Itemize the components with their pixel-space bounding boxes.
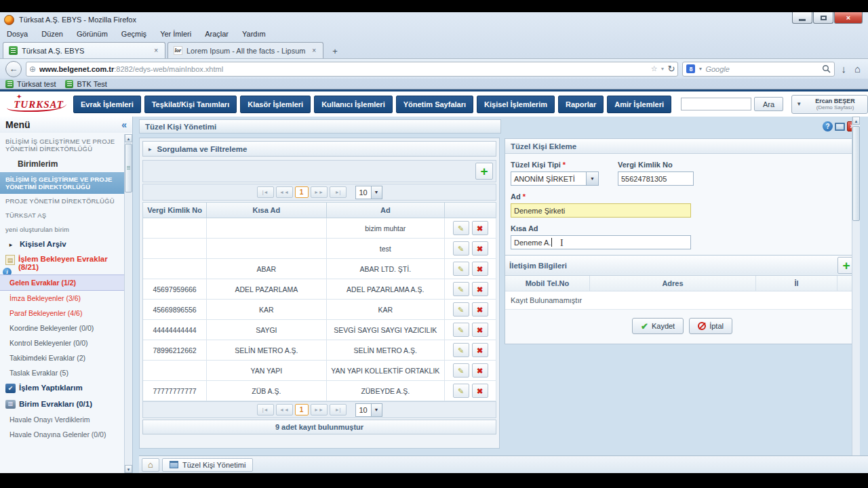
delete-button[interactable]: ✖ xyxy=(472,262,488,276)
downloads-icon[interactable]: ↓ xyxy=(839,63,848,75)
help-icon[interactable]: ? xyxy=(823,121,833,131)
delete-button[interactable]: ✖ xyxy=(472,384,488,398)
sidebar-item-4[interactable]: TÜRKSAT AŞ xyxy=(0,208,124,222)
pager-first-button[interactable]: |◄ xyxy=(257,186,274,198)
sidebar-item-8[interactable]: Gelen Evraklar (1/2) xyxy=(0,274,124,291)
tab-lorem-ipsum[interactable]: lor Lorem Ipsum - All the facts - Lipsum… xyxy=(167,42,323,58)
sidebar-item-16[interactable]: ▥Birim Evrakları (0/1) xyxy=(0,396,124,412)
select-dropdown-icon[interactable]: ▼ xyxy=(586,172,598,185)
delete-button[interactable]: ✖ xyxy=(472,302,488,317)
sidebar-item-2[interactable]: BİLİŞİM İŞ GELİŞTİRME VE PROJE YÖNETİMİ … xyxy=(0,172,124,194)
app-nav-item-1[interactable]: Teşkilat/Kişi Tanımları xyxy=(144,96,237,113)
pager-prev-button[interactable]: ◄◄ xyxy=(276,404,293,415)
menubar-item-1[interactable]: Düzen xyxy=(40,28,64,39)
user-menu[interactable]: ▼ Ercan BEŞER (Demo Sayfası) xyxy=(791,95,868,114)
pager-next-button[interactable]: ►► xyxy=(311,186,328,198)
app-nav-item-5[interactable]: Kişisel İşlemlerim xyxy=(477,96,555,113)
delete-button[interactable]: ✖ xyxy=(472,221,488,235)
search-input[interactable] xyxy=(705,65,819,73)
pager-last-button[interactable]: ►| xyxy=(330,404,347,415)
app-nav-item-6[interactable]: Raporlar xyxy=(558,96,604,113)
menubar-item-5[interactable]: Araçlar xyxy=(203,28,230,39)
scroll-up-icon[interactable]: ▲ xyxy=(125,134,132,142)
pager-current-page[interactable]: 1 xyxy=(295,404,309,415)
page-size-select[interactable]: 10▼ xyxy=(355,186,382,199)
scrollbar-thumb[interactable] xyxy=(125,144,132,192)
sidebar-item-9[interactable]: İmza Bekleyenler (3/6) xyxy=(0,291,124,306)
app-nav-item-4[interactable]: Yönetim Sayfaları xyxy=(396,96,473,113)
sidebar-item-14[interactable]: Taslak Evraklar (5) xyxy=(0,365,124,380)
sidebar-item-15[interactable]: ✔İşlem Yaptıklarım xyxy=(0,380,124,396)
edit-button[interactable]: ✎ xyxy=(453,363,469,378)
pager-prev-button[interactable]: ◄◄ xyxy=(276,186,293,198)
bookmark-item-1[interactable]: BTK Test xyxy=(65,80,106,88)
url-dropdown-icon[interactable]: ▼ xyxy=(660,66,665,71)
pager-first-button[interactable]: |◄ xyxy=(257,404,274,415)
sidebar-item-13[interactable]: Takibimdeki Evraklar (2) xyxy=(0,350,124,365)
sidebar-collapse-icon[interactable]: « xyxy=(121,119,127,130)
filter-panel-header[interactable]: ▸ Sorgulama ve Filtreleme xyxy=(142,141,496,157)
sidebar-item-5[interactable]: yeni oluşturulan birim xyxy=(0,222,124,237)
tab-close-icon[interactable]: × xyxy=(153,47,159,54)
back-button[interactable]: ← xyxy=(5,61,22,77)
edit-button[interactable]: ✎ xyxy=(453,343,469,357)
delete-button[interactable]: ✖ xyxy=(472,343,488,357)
sidebar-item-7[interactable]: ▤İşlem Bekleyen Evraklar (8/21)i xyxy=(0,251,124,274)
sidebar-item-18[interactable]: Havale Onayına Gelenler (0/0) xyxy=(0,427,124,442)
tab-turksat-ebys[interactable]: Türksat A.Ş. EBYS × xyxy=(3,42,165,58)
delete-button[interactable]: ✖ xyxy=(472,363,488,378)
minimize-button[interactable] xyxy=(792,12,812,24)
sidebar-item-11[interactable]: Koordine Bekleyenler (0/0) xyxy=(0,321,124,336)
tab-close-icon[interactable]: × xyxy=(311,47,317,54)
magnifier-icon[interactable] xyxy=(822,64,831,73)
bookmark-star-icon[interactable]: ☆ xyxy=(651,64,658,73)
add-record-button[interactable]: + xyxy=(475,163,493,180)
content-scrollbar[interactable]: ▲ xyxy=(852,117,860,455)
ad-input[interactable]: Deneme Şirketi xyxy=(511,203,691,218)
cancel-button[interactable]: İptal xyxy=(689,318,732,334)
pager-last-button[interactable]: ►| xyxy=(330,186,347,198)
app-search-button[interactable]: Ara xyxy=(754,97,783,111)
app-nav-item-3[interactable]: Kullanıcı İşlemleri xyxy=(314,96,393,113)
menubar-item-4[interactable]: Yer İmleri xyxy=(159,28,193,39)
page-size-select[interactable]: 10▼ xyxy=(355,403,382,417)
close-button[interactable]: × xyxy=(834,12,863,24)
engine-dropdown-icon[interactable]: ▼ xyxy=(698,66,703,71)
sidebar-item-6[interactable]: ▸Kişisel Arşiv xyxy=(0,237,124,251)
menubar-item-0[interactable]: Dosya xyxy=(5,28,29,39)
sidebar-item-3[interactable]: PROJE YÖNETİM DİREKTÖRLÜĞÜ xyxy=(0,194,124,208)
vkn-input[interactable]: 55624781305 xyxy=(618,171,694,186)
home-icon[interactable]: ⌂ xyxy=(852,63,863,75)
scroll-down-icon[interactable]: ▼ xyxy=(125,465,132,473)
sidebar-scrollbar[interactable]: ▲ ▼ xyxy=(124,134,132,473)
scrollbar-thumb[interactable] xyxy=(852,126,860,221)
sidebar-item-1[interactable]: Birimlerim xyxy=(0,156,124,172)
app-nav-item-2[interactable]: Klasör İşlemleri xyxy=(240,96,311,113)
app-nav-item-7[interactable]: Amir İşlemleri xyxy=(607,96,671,113)
edit-button[interactable]: ✎ xyxy=(453,384,469,398)
tipi-select[interactable]: ANONİM ŞİRKETİ ▼ xyxy=(511,171,599,186)
menubar-item-6[interactable]: Yardım xyxy=(241,28,267,39)
search-box[interactable]: 8 ▼ xyxy=(682,62,835,77)
sidebar-item-0[interactable]: BİLİŞİM İŞ GELİŞTİRME VE PROJE YÖNETİMİ … xyxy=(0,134,124,156)
edit-button[interactable]: ✎ xyxy=(453,282,469,296)
edit-button[interactable]: ✎ xyxy=(453,262,469,276)
open-page-tab[interactable]: Tüzel Kişi Yönetimi xyxy=(162,458,253,472)
url-bar[interactable]: ⊕ www.belgenet.com.tr:8282/edys-web/main… xyxy=(26,62,678,77)
kisa-ad-input[interactable]: Deneme A. I xyxy=(511,235,691,249)
scroll-up-icon[interactable]: ▲ xyxy=(852,117,860,125)
delete-button[interactable]: ✖ xyxy=(472,282,488,296)
new-tab-button[interactable]: + xyxy=(326,44,344,58)
sidebar-item-10[interactable]: Paraf Bekleyenler (4/6) xyxy=(0,306,124,321)
pager-current-page[interactable]: 1 xyxy=(295,186,309,198)
restore-button[interactable] xyxy=(813,12,833,24)
edit-button[interactable]: ✎ xyxy=(453,302,469,317)
delete-button[interactable]: ✖ xyxy=(472,241,488,256)
delete-button[interactable]: ✖ xyxy=(472,323,488,337)
save-button[interactable]: ✔ Kaydet xyxy=(632,318,684,334)
menubar-item-2[interactable]: Görünüm xyxy=(75,28,109,39)
reload-icon[interactable]: ↻ xyxy=(668,64,675,74)
pager-next-button[interactable]: ►► xyxy=(311,404,328,415)
app-search-input[interactable] xyxy=(681,98,751,110)
menubar-item-3[interactable]: Geçmiş xyxy=(120,28,148,39)
